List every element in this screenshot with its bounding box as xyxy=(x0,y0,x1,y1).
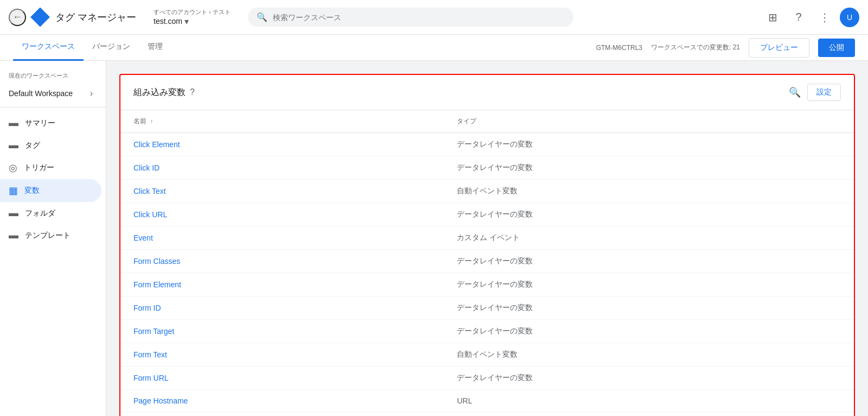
variable-name-link[interactable]: Form URL xyxy=(133,374,169,382)
variable-type: データレイヤーの変数 xyxy=(444,273,854,297)
more-icon-button[interactable]: ⋮ xyxy=(814,7,835,28)
sidebar-item-label-templates: テンプレート xyxy=(25,231,71,241)
table-row: Click Text 自動イベント変数 xyxy=(120,180,854,203)
logo-area: タグ マネージャー xyxy=(30,8,136,27)
table-row: Form Target データレイヤーの変数 xyxy=(120,320,854,343)
sidebar-item-triggers[interactable]: ◎ トリガー xyxy=(0,156,101,179)
help-icon: ? xyxy=(795,11,801,23)
back-button[interactable]: ← xyxy=(9,9,26,26)
variable-type: URL xyxy=(444,412,854,417)
table-row: Form ID データレイヤーの変数 xyxy=(120,297,854,320)
table-row: Form Text 自動イベント変数 xyxy=(120,343,854,367)
app-logo xyxy=(30,8,50,27)
builtin-title-text: 組み込み変数 xyxy=(133,87,186,98)
variable-name-link[interactable]: Form Classes xyxy=(133,257,180,266)
nav-tabs: ワークスペース バージョン 管理 xyxy=(13,35,171,61)
account-breadcrumb: すべてのアカウント › テスト xyxy=(154,8,231,16)
tab-admin[interactable]: 管理 xyxy=(139,35,171,61)
main-layout: 現在のワークスペース Default Workspace › ▬ サマリー ▬ … xyxy=(0,61,868,416)
builtin-variables-title: 組み込み変数 ? xyxy=(133,87,195,98)
avatar[interactable]: U xyxy=(840,8,859,27)
builtin-variables-card: 組み込み変数 ? 🔍 設定 名前 ↑ タイプ xyxy=(119,74,855,416)
table-row: Click ID データレイヤーの変数 xyxy=(120,156,854,180)
search-icon: 🔍 xyxy=(257,12,267,22)
variable-type: 自動イベント変数 xyxy=(444,343,854,367)
dropdown-arrow-icon: ▾ xyxy=(184,16,189,27)
variable-type: データレイヤーの変数 xyxy=(444,297,854,320)
workspace-section-label: 現在のワークスペース xyxy=(0,70,106,84)
publish-button[interactable]: 公開 xyxy=(818,39,855,57)
variable-name-link[interactable]: Form Text xyxy=(133,350,167,359)
top-header: ← タグ マネージャー すべてのアカウント › テスト test.com ▾ 🔍… xyxy=(0,0,868,35)
sidebar-item-templates[interactable]: ▬ テンプレート xyxy=(0,224,101,247)
app-title: タグ マネージャー xyxy=(55,11,136,24)
sidebar-item-folders[interactable]: ▬ フォルダ xyxy=(0,202,101,224)
gtm-id: GTM-M6CTRL3 xyxy=(596,44,642,52)
chevron-right-icon: › xyxy=(90,89,93,98)
grid-icon-button[interactable]: ⊞ xyxy=(762,7,783,28)
account-dropdown[interactable]: test.com ▾ xyxy=(154,16,231,27)
table-row: Event カスタム イベント xyxy=(120,226,854,250)
variable-name-link[interactable]: Form Target xyxy=(133,327,174,336)
account-name: test.com xyxy=(154,17,182,26)
variable-name-link[interactable]: Click URL xyxy=(133,210,167,219)
sidebar-item-label-tags: タグ xyxy=(25,141,40,150)
main-content: 組み込み変数 ? 🔍 設定 名前 ↑ タイプ xyxy=(106,61,868,416)
table-row: Form Classes データレイヤーの変数 xyxy=(120,250,854,273)
variable-name-link[interactable]: Form ID xyxy=(133,304,161,312)
table-row: Click Element データレイヤーの変数 xyxy=(120,133,854,156)
help-icon-button[interactable]: ? xyxy=(788,7,809,28)
search-input[interactable] xyxy=(273,13,565,22)
variable-name-link[interactable]: Click Text xyxy=(133,187,166,196)
search-variables-icon[interactable]: 🔍 xyxy=(789,86,801,98)
variable-type: データレイヤーの変数 xyxy=(444,367,854,390)
settings-button[interactable]: 設定 xyxy=(807,84,841,101)
variable-type: データレイヤーの変数 xyxy=(444,250,854,273)
sidebar-divider xyxy=(0,107,106,108)
back-icon: ← xyxy=(12,11,22,23)
variable-name-link[interactable]: Click ID xyxy=(133,163,159,172)
search-bar[interactable]: 🔍 xyxy=(248,8,573,27)
tab-workspace[interactable]: ワークスペース xyxy=(13,35,84,61)
tag-icon: ▬ xyxy=(9,140,18,151)
table-row: Page Path URL xyxy=(120,412,854,417)
variable-type: データレイヤーの変数 xyxy=(444,320,854,343)
variable-type: データレイヤーの変数 xyxy=(444,156,854,180)
header-actions: ⊞ ? ⋮ U xyxy=(762,7,859,28)
variable-type: URL xyxy=(444,390,854,412)
workspace-selector[interactable]: Default Workspace › xyxy=(0,84,101,103)
sidebar-item-label-triggers: トリガー xyxy=(24,163,54,173)
variable-name-link[interactable]: Event xyxy=(133,234,153,242)
variable-type: データレイヤーの変数 xyxy=(444,133,854,156)
builtin-variables-table: 名前 ↑ タイプ Click Element データレイヤーの変数 Click … xyxy=(120,110,854,416)
builtin-variables-header: 組み込み変数 ? 🔍 設定 xyxy=(120,75,854,110)
table-row: Form URL データレイヤーの変数 xyxy=(120,367,854,390)
variables-icon: ▦ xyxy=(9,185,18,197)
variable-type: データレイヤーの変数 xyxy=(444,203,854,226)
sidebar-item-label-folders: フォルダ xyxy=(25,209,55,218)
preview-button[interactable]: プレビュー xyxy=(749,38,809,58)
sidebar: 現在のワークスペース Default Workspace › ▬ サマリー ▬ … xyxy=(0,61,106,416)
table-row: Form Element データレイヤーの変数 xyxy=(120,273,854,297)
sidebar-item-label-summary: サマリー xyxy=(25,118,55,128)
nav-right: GTM-M6CTRL3 ワークスペースでの変更数: 21 プレビュー 公開 xyxy=(596,38,855,58)
grid-icon: ⊞ xyxy=(768,11,777,24)
workspace-name: Default Workspace xyxy=(9,89,73,98)
variable-name-link[interactable]: Click Element xyxy=(133,140,180,149)
account-selector[interactable]: すべてのアカウント › テスト test.com ▾ xyxy=(154,8,231,27)
table-row: Page Hostname URL xyxy=(120,390,854,412)
changes-count: ワークスペースでの変更数: 21 xyxy=(651,43,740,52)
template-icon: ▬ xyxy=(9,230,18,241)
sidebar-item-variables[interactable]: ▦ 変数 xyxy=(0,179,101,202)
variable-type: カスタム イベント xyxy=(444,226,854,250)
secondary-nav: ワークスペース バージョン 管理 GTM-M6CTRL3 ワークスペースでの変更… xyxy=(0,35,868,61)
variable-name-link[interactable]: Page Hostname xyxy=(133,396,188,405)
sidebar-item-summary[interactable]: ▬ サマリー xyxy=(0,112,101,134)
help-circle-icon[interactable]: ? xyxy=(190,87,195,97)
variable-type: 自動イベント変数 xyxy=(444,180,854,203)
variable-name-link[interactable]: Form Element xyxy=(133,280,181,289)
sidebar-item-tags[interactable]: ▬ タグ xyxy=(0,134,101,156)
builtin-variables-actions: 🔍 設定 xyxy=(789,84,841,101)
more-icon: ⋮ xyxy=(819,11,830,24)
tab-version[interactable]: バージョン xyxy=(84,35,139,61)
